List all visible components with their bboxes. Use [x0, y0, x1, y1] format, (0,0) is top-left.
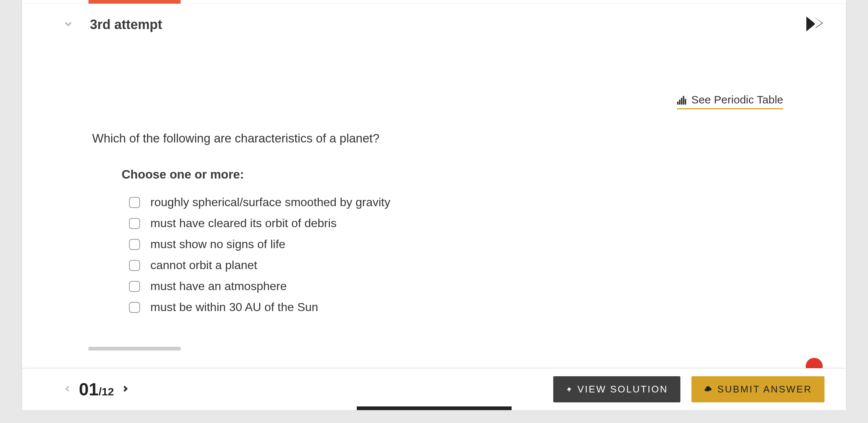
- option-label: must show no signs of life: [150, 237, 285, 251]
- checkbox[interactable]: [129, 197, 140, 208]
- option-row[interactable]: must have an atmosphere: [129, 276, 846, 297]
- svg-rect-3: [683, 96, 684, 105]
- next-attempt-progress: [88, 347, 181, 350]
- chevron-left-icon: [63, 382, 72, 396]
- checkbox[interactable]: [129, 302, 140, 313]
- question-instruction: Choose one or more:: [122, 168, 846, 181]
- options-list: roughly spherical/surface smoothed by gr…: [129, 192, 846, 318]
- horizontal-scroll-indicator[interactable]: [357, 406, 512, 410]
- page-current: 01: [79, 379, 98, 399]
- notification-badge[interactable]: [806, 358, 823, 368]
- periodic-table-link[interactable]: See Periodic Table: [677, 94, 783, 109]
- svg-rect-1: [679, 100, 681, 105]
- periodic-table-label: See Periodic Table: [691, 94, 783, 106]
- option-row[interactable]: must have cleared its orbit of debris: [129, 213, 846, 234]
- question-block: Which of the following are characteristi…: [22, 109, 846, 318]
- option-label: cannot orbit a planet: [150, 258, 257, 272]
- footer-bar: 01 /12 VIEW SOLUTION SUBMIT ANSWER: [22, 368, 846, 410]
- checkbox[interactable]: [129, 218, 140, 229]
- upload-cloud-icon: [704, 385, 712, 394]
- periodic-table-icon: [677, 95, 687, 105]
- svg-rect-2: [681, 98, 683, 105]
- checkbox[interactable]: [129, 260, 140, 271]
- progress-strip: [22, 0, 846, 4]
- prev-question-button[interactable]: [63, 382, 72, 397]
- svg-rect-0: [677, 102, 679, 105]
- action-buttons: VIEW SOLUTION SUBMIT ANSWER: [553, 376, 825, 402]
- view-solution-button[interactable]: VIEW SOLUTION: [553, 376, 681, 402]
- flag-icon: [804, 14, 824, 34]
- chevron-right-icon: [121, 382, 130, 396]
- collapse-toggle[interactable]: [63, 18, 74, 31]
- attempt-title: 3rd attempt: [90, 17, 162, 32]
- question-card: 3rd attempt See Periodic Tabl: [22, 0, 846, 368]
- checkbox[interactable]: [129, 281, 140, 292]
- question-prompt: Which of the following are characteristi…: [92, 131, 846, 145]
- page-nav: 01 /12: [63, 379, 130, 399]
- progress-segment-active: [88, 0, 181, 4]
- svg-rect-4: [685, 99, 686, 105]
- attempt-header: 3rd attempt: [22, 4, 846, 46]
- flag-button[interactable]: [804, 14, 824, 35]
- page-counter: 01 /12: [79, 379, 114, 399]
- option-row[interactable]: roughly spherical/surface smoothed by gr…: [129, 192, 846, 213]
- option-label: must be within 30 AU of the Sun: [150, 300, 318, 314]
- checkbox[interactable]: [129, 239, 140, 250]
- lightning-icon: [566, 385, 572, 394]
- option-row[interactable]: cannot orbit a planet: [129, 255, 846, 276]
- option-label: roughly spherical/surface smoothed by gr…: [150, 195, 390, 209]
- page-total: 12: [102, 385, 114, 398]
- option-row[interactable]: must show no signs of life: [129, 234, 846, 255]
- option-label: must have an atmosphere: [150, 279, 287, 293]
- submit-answer-button[interactable]: SUBMIT ANSWER: [691, 376, 825, 402]
- option-row[interactable]: must be within 30 AU of the Sun: [129, 297, 846, 318]
- option-label: must have cleared its orbit of debris: [150, 216, 337, 230]
- chevron-down-icon: [63, 18, 74, 29]
- next-question-button[interactable]: [121, 382, 130, 397]
